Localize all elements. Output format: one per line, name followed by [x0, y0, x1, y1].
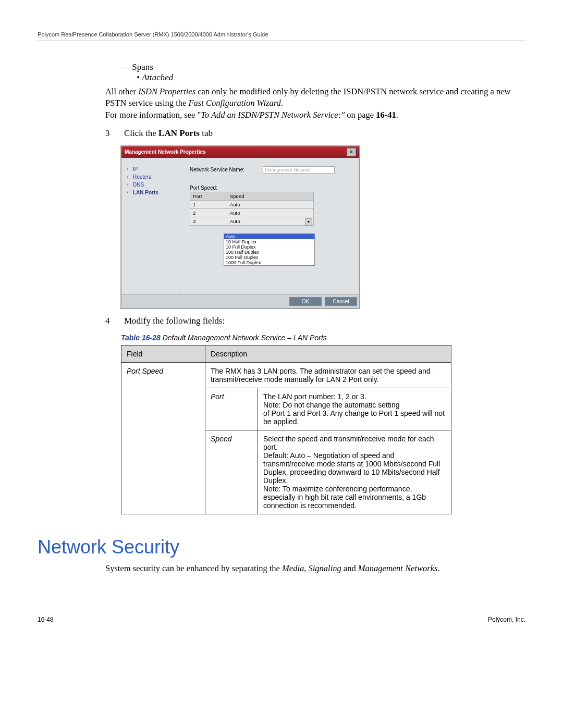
nav-item-routers[interactable]: ›Routers — [127, 174, 180, 180]
step-number: 4 — [105, 316, 124, 326]
speed-dropdown[interactable]: Auto▾ — [227, 217, 314, 225]
page-header: Polycom RealPresence Collaboration Serve… — [38, 31, 525, 38]
th-description: Description — [205, 345, 451, 362]
dropdown-option[interactable]: 100 Half Duplex — [224, 250, 314, 255]
table-row: 3Auto▾ — [190, 217, 314, 225]
dialog-titlebar: Management Network Properties × — [121, 146, 359, 158]
service-name-label: Network Service Name: — [190, 167, 263, 172]
th-field: Field — [121, 345, 205, 362]
page-number: 16-48 — [38, 616, 54, 623]
dialog-main: Network Service Name: Management Network… — [180, 158, 359, 294]
dropdown-option[interactable]: 10 Full Duplex — [224, 244, 314, 250]
network-properties-dialog: Management Network Properties × ›IP ›Rou… — [121, 146, 360, 309]
table-caption: Table 16-28 Default Management Network S… — [121, 334, 525, 342]
cell-portspeed-field: Port Speed — [121, 362, 205, 514]
dialog-sidebar: ›IP ›Routers ›DNS ›LAN Ports — [121, 158, 180, 294]
ok-button[interactable]: OK — [289, 297, 322, 306]
col-speed: Speed — [227, 192, 314, 200]
cell-speed-field: Speed — [205, 430, 258, 514]
cell-port-field: Port — [205, 388, 258, 430]
cell-speed-desc: Select the speed and transmit/receive mo… — [258, 430, 451, 514]
isdn-paragraph: All other ISDN Properties can only be mo… — [105, 86, 525, 121]
lan-ports-table: Field Description Port Speed The RMX has… — [121, 345, 451, 514]
table-row: 2Auto — [190, 208, 314, 217]
port-speed-label: Port Speed: — [190, 185, 350, 191]
section-paragraph: System security can be enhanced by separ… — [105, 562, 525, 574]
dialog-footer: OK Cancel — [121, 294, 359, 308]
step-4: 4 Modify the following fields: — [105, 316, 525, 326]
dialog-title-text: Management Network Properties — [125, 149, 206, 155]
dropdown-option[interactable]: Auto — [224, 234, 314, 239]
step-number: 3 — [105, 128, 124, 139]
spans-line: — Spans — [121, 62, 525, 72]
dropdown-option[interactable]: 100 Full Duplex — [224, 255, 314, 260]
chevron-right-icon: › — [127, 166, 133, 171]
step-text: Modify the following fields: — [124, 316, 525, 326]
step-3: 3 Click the LAN Ports tab — [105, 128, 525, 139]
nav-item-ip[interactable]: ›IP — [127, 166, 180, 172]
cell-port-desc: The LAN port number: 1, 2 or 3. Note: Do… — [258, 388, 451, 430]
cancel-button[interactable]: Cancel — [325, 297, 357, 306]
company-name: Polycom, Inc. — [488, 616, 525, 623]
service-name-input[interactable]: Management Network — [263, 166, 335, 174]
col-port: Port — [190, 192, 227, 200]
chevron-right-icon: › — [127, 190, 133, 195]
chevron-down-icon: ▾ — [305, 218, 312, 226]
dropdown-option[interactable]: 10 Half Duplex — [224, 239, 314, 244]
cell-portspeed-desc: The RMX has 3 LAN ports. The administrat… — [205, 362, 451, 388]
close-icon[interactable]: × — [347, 148, 356, 156]
port-speed-table: Port Speed 1Auto 2Auto 3Auto▾ — [190, 192, 314, 226]
nav-item-lanports[interactable]: ›LAN Ports — [127, 190, 180, 195]
dropdown-option[interactable]: 1000 Full Duplex — [224, 260, 314, 265]
step-text: Click the LAN Ports tab — [124, 128, 525, 139]
table-row: 1Auto — [190, 200, 314, 208]
page-footer: 16-48 Polycom, Inc. — [38, 616, 525, 623]
speed-dropdown-list[interactable]: Auto 10 Half Duplex 10 Full Duplex 100 H… — [224, 233, 315, 266]
header-rule — [38, 41, 525, 41]
nav-item-dns[interactable]: ›DNS — [127, 182, 180, 188]
section-heading: Network Security — [38, 536, 525, 558]
chevron-right-icon: › — [127, 182, 133, 187]
attached-bullet: • Attached — [137, 72, 525, 83]
chevron-right-icon: › — [127, 174, 133, 179]
